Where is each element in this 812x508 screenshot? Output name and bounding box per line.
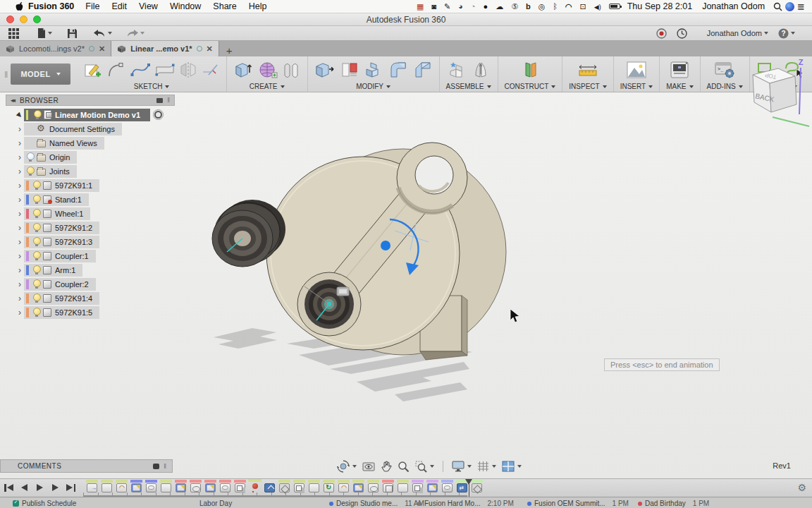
create-pattern-icon[interactable]: [283, 60, 301, 80]
play-button[interactable]: [35, 484, 44, 492]
expander-icon[interactable]: ›: [16, 195, 24, 205]
sketch-fillet-icon[interactable]: [107, 61, 125, 79]
timeline-feature-icon[interactable]: [338, 483, 349, 492]
timeline-ruler[interactable]: [83, 495, 467, 497]
browser-header[interactable]: ◂◂ BROWSER ‖: [6, 95, 175, 106]
view-cube[interactable]: Z TOP BACK: [736, 58, 812, 132]
3d-viewport[interactable]: ◂◂ BROWSER ‖ ▶ Linear Motion Demo v1 ›: [0, 92, 812, 478]
visibility-bulb-icon[interactable]: [32, 294, 39, 303]
menubar-menu-item[interactable]: View: [139, 1, 158, 11]
go-to-start-button[interactable]: [4, 484, 13, 492]
status-icon[interactable]: [417, 3, 424, 11]
expander-icon[interactable]: ›: [16, 237, 24, 247]
timeline-feature-icon[interactable]: [220, 483, 230, 492]
menubar-menu-item[interactable]: Share: [213, 1, 236, 11]
component-label[interactable]: 5972K91:5: [55, 308, 92, 317]
timeline-feature-icon[interactable]: [190, 483, 201, 492]
press-pull-icon[interactable]: [314, 60, 336, 80]
panel-resize-handle[interactable]: ‖: [167, 97, 170, 104]
browser-component-row[interactable]: › 5972K91:2: [6, 221, 175, 234]
status-icon[interactable]: [553, 3, 558, 11]
group-label-insert[interactable]: INSERT: [620, 83, 653, 90]
status-icon[interactable]: [526, 3, 531, 11]
display-dropdown-caret[interactable]: [467, 465, 472, 468]
expander-icon[interactable]: ›: [16, 167, 24, 176]
status-icon[interactable]: [609, 4, 620, 9]
timeline-feature-icon[interactable]: [250, 483, 260, 492]
3d-print-icon[interactable]: [669, 61, 690, 79]
expander-icon[interactable]: ›: [16, 308, 24, 318]
timeline-feature-icon[interactable]: [87, 483, 97, 492]
browser-component-row[interactable]: › Coupler:2: [6, 277, 175, 291]
expander-icon[interactable]: ›: [16, 251, 24, 261]
expander-icon[interactable]: ›: [16, 152, 24, 162]
group-label-create[interactable]: CREATE: [250, 83, 285, 90]
timeline-feature-icon[interactable]: [146, 483, 156, 492]
visibility-bulb-icon[interactable]: [32, 279, 39, 289]
status-icon[interactable]: [511, 3, 518, 11]
menubar-clock[interactable]: Thu Sep 28 2:01: [627, 1, 692, 11]
browser-component-row[interactable]: › Coupler:1: [6, 249, 175, 262]
help-menu-icon[interactable]: ?: [778, 28, 795, 39]
visibility-bulb-icon[interactable]: [32, 251, 39, 260]
menubar-app-name[interactable]: Fusion 360: [28, 1, 74, 11]
visibility-bulb-icon[interactable]: [32, 181, 39, 190]
browser-root-row[interactable]: ▶ Linear Motion Demo v1: [6, 108, 175, 121]
tab-close-icon[interactable]: ✕: [207, 44, 213, 54]
zoom-dropdown-caret[interactable]: [430, 465, 434, 468]
scripts-addins-icon[interactable]: >_: [714, 61, 735, 79]
expander-icon[interactable]: ›: [16, 223, 24, 233]
construction-plane-icon[interactable]: [520, 60, 540, 80]
timeline-settings-gear-icon[interactable]: ⚙: [797, 482, 806, 493]
expander-icon[interactable]: ›: [16, 279, 24, 289]
undo-icon[interactable]: [94, 30, 112, 37]
browser-item-row[interactable]: › Joints: [6, 164, 175, 178]
timeline-feature-icon[interactable]: [161, 483, 171, 492]
activate-component-radio[interactable]: [153, 109, 164, 120]
timeline-feature-icon[interactable]: [176, 483, 186, 492]
joint-icon[interactable]: [472, 60, 489, 80]
browser-item-row[interactable]: › Origin: [6, 150, 175, 164]
status-icon[interactable]: [431, 3, 436, 11]
status-icon[interactable]: [471, 3, 476, 11]
save-icon[interactable]: [68, 29, 77, 38]
menubar-user[interactable]: Jonathan Odom: [702, 1, 765, 11]
workspace-switcher[interactable]: MODEL: [11, 64, 70, 85]
browser-component-row[interactable]: › Wheel:1: [6, 207, 175, 220]
zoom-icon[interactable]: [398, 461, 410, 473]
timeline-feature-icon[interactable]: [264, 483, 275, 492]
component-label[interactable]: 5972K91:2: [55, 224, 92, 232]
step-forward-button[interactable]: [51, 484, 60, 492]
item-label[interactable]: Joints: [49, 167, 70, 176]
visibility-bulb-icon[interactable]: [32, 195, 39, 204]
item-label[interactable]: Named Views: [49, 139, 97, 147]
timeline-feature-icon[interactable]: [279, 483, 290, 492]
toolbar-grip[interactable]: ‖: [4, 69, 8, 80]
sketch-spline-icon[interactable]: [130, 61, 150, 79]
group-label-modify[interactable]: MODIFY: [356, 83, 390, 90]
expander-icon[interactable]: ›: [16, 265, 24, 275]
document-tab-active[interactable]: Linear ...emo v1* ✕: [111, 41, 219, 56]
new-tab-button[interactable]: +: [219, 44, 240, 56]
rod-end-ring[interactable]: [397, 143, 467, 213]
grid-settings-icon[interactable]: [477, 461, 489, 472]
group-label-make[interactable]: MAKE: [666, 83, 693, 90]
browser-component-row[interactable]: › 5972K91:5: [6, 306, 175, 319]
notification-center-icon[interactable]: ≣: [797, 1, 805, 12]
zoom-window-icon[interactable]: [415, 461, 427, 473]
browser-component-row[interactable]: › 5972K91:1: [6, 179, 175, 192]
viewports-icon[interactable]: [502, 461, 515, 472]
browser-component-row[interactable]: › 5972K91:3: [6, 235, 175, 248]
timeline-feature-icon[interactable]: [368, 483, 379, 492]
new-body-icon[interactable]: [233, 60, 253, 80]
grid-dropdown-caret[interactable]: [492, 465, 496, 468]
status-icon[interactable]: [458, 3, 463, 11]
group-label-inspect[interactable]: INSPECT: [569, 83, 606, 90]
visibility-bulb-icon[interactable]: [32, 265, 39, 274]
chamfer-icon[interactable]: [413, 60, 433, 80]
visibility-bulb-icon[interactable]: [32, 209, 39, 218]
viewports-dropdown-caret[interactable]: [517, 465, 522, 468]
timeline-feature-icon[interactable]: [131, 483, 142, 492]
crank-bearing[interactable]: [297, 272, 361, 336]
fillet-3d-icon[interactable]: [388, 60, 408, 80]
